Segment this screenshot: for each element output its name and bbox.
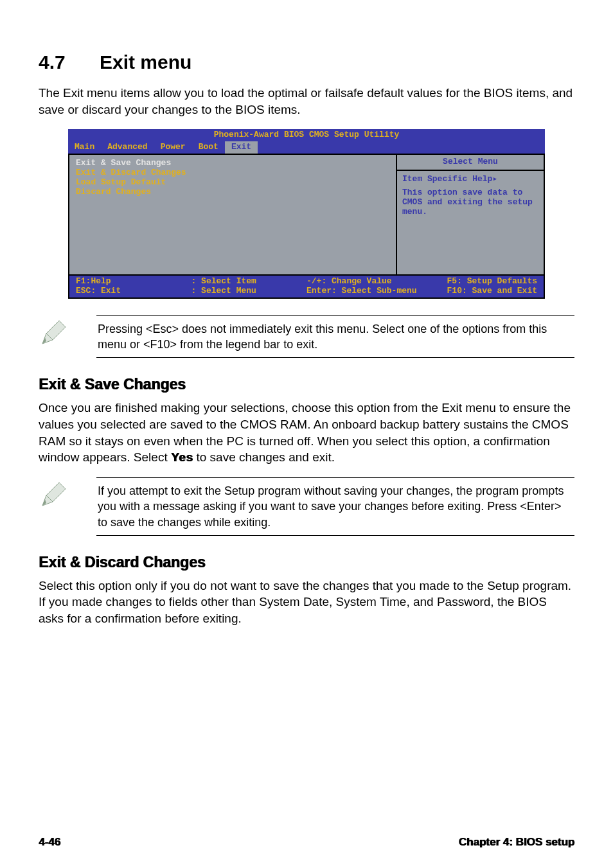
bios-tab-bar: Main Advanced Power Boot Exit (68, 141, 545, 154)
exit-save-paragraph: Once you are finished making your select… (39, 400, 574, 466)
bios-key-select-submenu: Enter: Select Sub-menu (306, 287, 422, 296)
bios-help-head: Select Menu (397, 155, 544, 171)
bios-key-change-value: -/+: Change Value (306, 277, 422, 287)
bios-screenshot: Phoenix-Award BIOS CMOS Setup Utility Ma… (68, 129, 545, 299)
bios-window-title: Phoenix-Award BIOS CMOS Setup Utility (68, 129, 545, 141)
note-esc: Pressing <Esc> does not immediately exit… (39, 315, 574, 359)
bios-key-defaults: F5: Setup Defaults (422, 277, 538, 287)
bios-tab-advanced[interactable]: Advanced (101, 141, 154, 154)
bios-item-discard[interactable]: Discard Changes (76, 188, 389, 197)
section-number: 4.7 (39, 51, 100, 73)
bios-key-exit: ESC: Exit (76, 287, 191, 296)
bios-tab-boot[interactable]: Boot (192, 141, 225, 154)
yes-label: Yes (171, 450, 193, 464)
page-number: 4-46 (39, 836, 60, 849)
bios-tab-power[interactable]: Power (154, 141, 192, 154)
bios-help-label: Item Specific Help▸ (402, 175, 538, 184)
bios-tab-exit[interactable]: Exit (225, 141, 258, 154)
bios-key-select-item: : Select Item (191, 277, 307, 287)
triangle-right-icon: ▸ (492, 174, 497, 184)
bios-item-exit-discard[interactable]: Exit & Discard Changes (76, 168, 389, 178)
bios-item-exit-save[interactable]: Exit & Save Changes (76, 159, 389, 168)
bios-footer: F1:Help ESC: Exit : Select Item : Select… (68, 274, 545, 299)
note-unsaved: If you attempt to exit the Setup program… (39, 477, 574, 536)
bios-key-save-exit: F10: Save and Exit (422, 287, 538, 296)
section-name: Exit menu (100, 51, 191, 73)
bios-item-load-default[interactable]: Load Setup Default (76, 178, 389, 188)
pencil-icon (39, 315, 96, 348)
note-esc-text: Pressing <Esc> does not immediately exit… (96, 315, 574, 359)
subhead-exit-save: Exit & Save Changes (39, 376, 574, 393)
chapter-label: Chapter 4: BIOS setup (459, 836, 574, 849)
exit-discard-paragraph: Select this option only if you do not wa… (39, 578, 574, 627)
bios-key-select-menu: : Select Menu (191, 287, 307, 296)
bios-menu-list: Exit & Save Changes Exit & Discard Chang… (68, 154, 396, 274)
bios-help-panel: Select Menu Item Specific Help▸ This opt… (396, 154, 545, 274)
page-footer: 4-46 Chapter 4: BIOS setup (39, 836, 574, 849)
bios-tab-main[interactable]: Main (68, 141, 101, 154)
pencil-icon (39, 477, 96, 509)
intro-paragraph: The Exit menu items allow you to load th… (39, 85, 574, 118)
bios-help-text: This option save data to CMOS and exitin… (402, 188, 538, 217)
section-title: 4.7Exit menu (39, 51, 574, 73)
exit-save-text-2: to save changes and exit. (193, 450, 335, 464)
bios-key-help: F1:Help (76, 277, 191, 287)
subhead-exit-discard: Exit & Discard Changes (39, 554, 574, 571)
note-unsaved-text: If you attempt to exit the Setup program… (96, 477, 574, 536)
